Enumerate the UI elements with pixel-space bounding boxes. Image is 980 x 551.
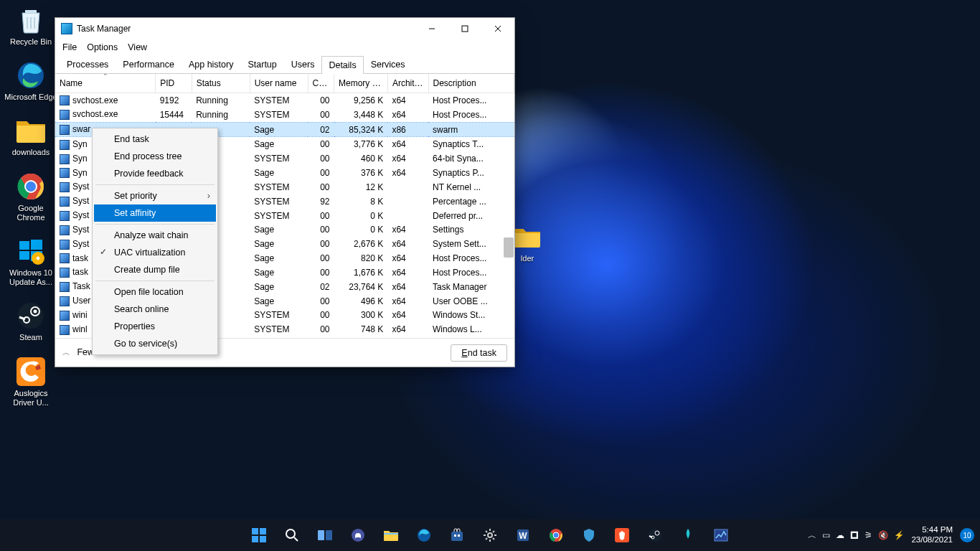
tab-startup[interactable]: Startup: [240, 55, 283, 73]
taskbar-word-button[interactable]: W: [509, 521, 537, 550]
context-separator: [95, 281, 215, 281]
table-row[interactable]: svchost.exe15444RunningSYSTEM003,448 Kx6…: [55, 108, 514, 122]
menu-file[interactable]: File: [62, 42, 77, 52]
notification-badge[interactable]: 10: [960, 528, 974, 542]
svg-point-38: [553, 532, 559, 538]
taskbar-chrome-button[interactable]: [542, 521, 570, 550]
desktop-icon-steam[interactable]: Steam: [4, 300, 57, 342]
tray-battery-icon[interactable]: 🞐: [850, 531, 859, 540]
tray-onedrive-icon[interactable]: ☁: [836, 530, 844, 540]
col-header-archite[interactable]: Archite...: [387, 74, 428, 93]
tab-app-history[interactable]: App history: [182, 55, 241, 73]
folder-icon: [512, 221, 543, 253]
process-icon: [60, 225, 70, 235]
titlebar[interactable]: Task Manager: [55, 18, 514, 39]
tray-wifi-icon[interactable]: ⚞: [864, 530, 872, 540]
tabs-bar: ProcessesPerformanceApp historyStartupUs…: [55, 55, 514, 74]
process-icon: [60, 95, 70, 105]
table-header-row: NamePIDStatusUser nameCPUMemory (a...Arc…: [55, 74, 514, 93]
svg-point-34: [488, 533, 492, 537]
taskbar-store-button[interactable]: [443, 521, 471, 550]
svg-rect-26: [318, 530, 324, 540]
window-title: Task Manager: [77, 24, 131, 34]
process-icon: [60, 311, 70, 321]
svg-rect-33: [458, 534, 460, 537]
taskbar-start-button[interactable]: [245, 521, 273, 550]
context-set-affinity[interactable]: Set affinity: [94, 204, 216, 222]
desktop-icon-chrome[interactable]: Google Chrome: [4, 171, 57, 222]
process-icon: [60, 154, 70, 164]
col-header-pid[interactable]: PID: [156, 74, 192, 93]
taskbar-center: W: [245, 521, 735, 550]
context-set-priority[interactable]: Set priority: [94, 187, 216, 204]
taskbar-swarm-button[interactable]: [674, 521, 702, 550]
table-row[interactable]: svchost.exe9192RunningSYSTEM009,256 Kx64…: [55, 93, 514, 108]
svg-rect-23: [260, 536, 266, 542]
context-create-dump-file[interactable]: Create dump file: [94, 261, 216, 278]
window-controls: [415, 18, 514, 39]
context-properties[interactable]: Properties: [94, 318, 216, 335]
tray-chevron-icon[interactable]: ︿: [808, 530, 816, 541]
taskbar-security-button[interactable]: [575, 521, 603, 550]
desktop-icon-label: Steam: [19, 333, 42, 342]
taskbar-chat-button[interactable]: [344, 521, 372, 550]
col-header-memorya[interactable]: Memory (a...: [334, 74, 388, 93]
process-icon: [60, 182, 70, 192]
maximize-button[interactable]: [448, 18, 481, 39]
taskbar-search-button[interactable]: [278, 521, 306, 550]
col-header-status[interactable]: Status: [192, 74, 250, 93]
process-icon: [60, 110, 70, 120]
chrome-icon: [15, 171, 47, 202]
context-search-online[interactable]: Search online: [94, 301, 216, 318]
context-end-task[interactable]: End task: [94, 131, 216, 148]
taskbar-clock[interactable]: 5:44 PM 23/08/2021: [911, 525, 953, 545]
col-header-description[interactable]: Description: [428, 74, 514, 93]
desktop-icon-folder[interactable]: downloads: [4, 115, 57, 157]
menu-options[interactable]: Options: [87, 42, 118, 52]
tab-performance[interactable]: Performance: [116, 55, 182, 73]
col-header-cpu[interactable]: CPU: [308, 74, 334, 93]
taskbar-explorer-button[interactable]: [377, 521, 405, 550]
end-task-button[interactable]: End task: [451, 344, 507, 362]
desktop-icon-win10[interactable]: Windows 10 Update As...: [4, 235, 57, 287]
close-button[interactable]: [481, 18, 514, 39]
tab-processes[interactable]: Processes: [60, 55, 116, 73]
col-header-username[interactable]: User name: [250, 74, 308, 93]
desktop-icon-recycle[interactable]: Recycle Bin: [4, 4, 57, 47]
context-go-to-service-s-[interactable]: Go to service(s): [94, 335, 216, 352]
context-open-file-location[interactable]: Open file location: [94, 283, 216, 301]
menu-view[interactable]: View: [128, 42, 147, 52]
process-icon: [60, 197, 70, 207]
menubar: FileOptionsView: [55, 39, 514, 55]
taskbar-brave-button[interactable]: [608, 521, 636, 550]
context-provide-feedback[interactable]: Provide feedback: [94, 165, 216, 182]
svg-line-25: [294, 537, 298, 541]
clock-date: 23/08/2021: [911, 535, 953, 545]
context-end-process-tree[interactable]: End process tree: [94, 148, 216, 165]
tab-users[interactable]: Users: [284, 55, 322, 73]
svg-rect-22: [252, 536, 258, 542]
svg-rect-17: [462, 26, 468, 32]
taskbar-taskview-button[interactable]: [311, 521, 339, 550]
tab-details[interactable]: Details: [321, 56, 363, 74]
taskbar-taskmgr-button[interactable]: [707, 521, 735, 550]
tray-volume-icon[interactable]: 🔇: [878, 530, 888, 540]
desktop-icon-auslogics[interactable]: Auslogics Driver U...: [4, 356, 57, 408]
svg-rect-8: [19, 251, 29, 260]
tray-power-icon[interactable]: ⚡: [894, 530, 904, 540]
process-icon: [60, 296, 70, 306]
tab-services[interactable]: Services: [364, 55, 413, 73]
context-uac-virtualization[interactable]: UAC virtualization: [94, 244, 216, 261]
minimize-button[interactable]: [415, 18, 448, 39]
system-tray[interactable]: ︿ ▭ ☁ 🞐 ⚞ 🔇 ⚡: [808, 530, 904, 541]
taskbar-edge-button[interactable]: [410, 521, 438, 550]
context-analyze-wait-chain[interactable]: Analyze wait chain: [94, 227, 216, 244]
svg-rect-7: [31, 240, 42, 250]
desktop-icon-edge[interactable]: Microsoft Edge: [4, 60, 57, 102]
folder-icon: [15, 115, 47, 146]
tray-tablet-icon[interactable]: ▭: [822, 530, 830, 540]
taskbar-settings-button[interactable]: [476, 521, 504, 550]
col-header-name[interactable]: Name: [55, 74, 156, 93]
taskbar-steam-button[interactable]: [641, 521, 669, 550]
scrollbar-thumb[interactable]: [504, 237, 514, 258]
